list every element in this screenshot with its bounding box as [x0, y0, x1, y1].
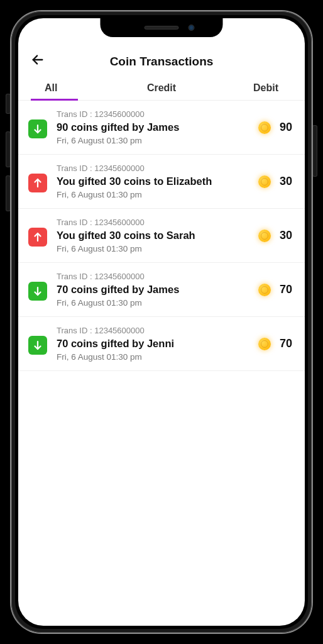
transaction-id: Trans ID : 12345600000 [57, 218, 258, 227]
screen: Coin Transactions All Credit Debit Trans… [18, 18, 305, 626]
amount-value: 90 [276, 121, 292, 134]
transaction-title: You gifted 30 coins to Sarah [57, 230, 258, 242]
amount-value: 30 [276, 229, 292, 242]
transaction-row[interactable]: Trans ID : 12345600000You gifted 30 coin… [18, 155, 305, 209]
transaction-amount: 70 [258, 283, 292, 296]
tab-debit[interactable]: Debit [200, 76, 292, 100]
volume-up-button [6, 132, 10, 167]
power-button [313, 126, 317, 176]
speaker [145, 26, 179, 30]
transaction-date: Fri, 6 August 01:30 pm [57, 136, 258, 145]
arrow-up-icon [28, 174, 47, 192]
transaction-row[interactable]: Trans ID : 1234560000070 coins gifted by… [18, 263, 305, 317]
coin-icon [258, 175, 271, 188]
coin-icon [258, 121, 271, 134]
header: Coin Transactions [18, 43, 305, 76]
arrow-left-icon [31, 53, 45, 67]
transaction-date: Fri, 6 August 01:30 pm [57, 352, 258, 362]
transaction-body: Trans ID : 1234560000090 coins gifted by… [47, 109, 258, 145]
transaction-id: Trans ID : 12345600000 [57, 109, 258, 119]
arrow-up-icon [28, 228, 47, 247]
coin-icon [258, 284, 271, 296]
transaction-row[interactable]: Trans ID : 1234560000070 coins gifted by… [18, 317, 305, 371]
transaction-title: You gifted 30 coins to Elizabeth [57, 175, 258, 187]
coin-icon [258, 230, 271, 242]
arrow-down-icon [28, 336, 47, 355]
transaction-body: Trans ID : 1234560000070 coins gifted by… [47, 272, 258, 308]
transaction-date: Fri, 6 August 01:30 pm [57, 190, 258, 199]
arrow-down-icon [28, 282, 47, 301]
volume-down-button [6, 176, 10, 211]
transaction-id: Trans ID : 12345600000 [57, 164, 258, 173]
transaction-amount: 30 [258, 175, 292, 188]
notch [101, 18, 223, 37]
transaction-amount: 70 [258, 337, 292, 350]
transaction-amount: 90 [258, 121, 292, 134]
back-button[interactable] [31, 53, 45, 70]
transaction-title: 90 coins gifted by James [57, 121, 258, 133]
transaction-id: Trans ID : 12345600000 [57, 272, 258, 281]
phone-inner: Coin Transactions All Credit Debit Trans… [15, 15, 308, 629]
transaction-title: 70 coins gifted by James [57, 284, 258, 296]
transaction-list: Trans ID : 1234560000090 coins gifted by… [18, 101, 305, 371]
transaction-title: 70 coins gifted by Jenni [57, 338, 258, 350]
transaction-body: Trans ID : 12345600000You gifted 30 coin… [47, 218, 258, 253]
arrow-down-icon [28, 119, 47, 138]
tab-credit[interactable]: Credit [123, 76, 200, 100]
front-camera [189, 25, 195, 31]
transaction-id: Trans ID : 12345600000 [57, 326, 258, 335]
transaction-body: Trans ID : 12345600000You gifted 30 coin… [47, 164, 258, 199]
phone-frame: Coin Transactions All Credit Debit Trans… [11, 11, 312, 633]
amount-value: 70 [276, 283, 292, 296]
coin-icon [258, 338, 271, 350]
side-button [6, 94, 10, 113]
transaction-row[interactable]: Trans ID : 1234560000090 coins gifted by… [18, 101, 305, 155]
transaction-amount: 30 [258, 229, 292, 242]
tab-all[interactable]: All [31, 76, 123, 100]
amount-value: 70 [276, 337, 292, 350]
page-title: Coin Transactions [31, 55, 292, 69]
tabs: All Credit Debit [18, 76, 305, 101]
transaction-body: Trans ID : 1234560000070 coins gifted by… [47, 326, 258, 362]
transaction-date: Fri, 6 August 01:30 pm [57, 244, 258, 253]
amount-value: 30 [276, 175, 292, 188]
transaction-row[interactable]: Trans ID : 12345600000You gifted 30 coin… [18, 209, 305, 263]
app-content: Coin Transactions All Credit Debit Trans… [18, 18, 305, 626]
transaction-date: Fri, 6 August 01:30 pm [57, 298, 258, 308]
